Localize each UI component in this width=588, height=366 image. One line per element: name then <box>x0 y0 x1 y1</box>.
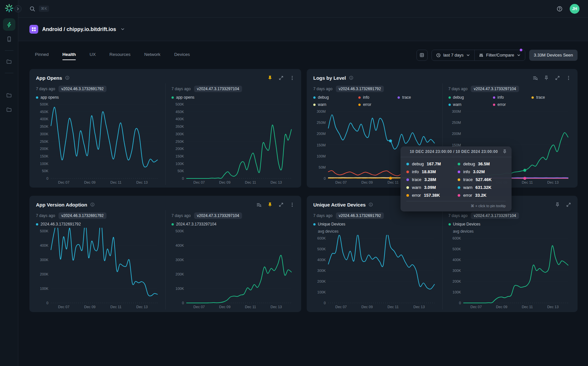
help-button[interactable] <box>557 6 563 12</box>
legend-item[interactable]: debug <box>449 95 493 100</box>
svg-text:Dec 13: Dec 13 <box>547 305 559 309</box>
legend-item[interactable]: trace <box>398 95 437 100</box>
svg-text:Dec 13: Dec 13 <box>136 180 148 184</box>
tooltip-hint: ⌘ + click to pin tooltip <box>406 201 506 211</box>
expand-icon[interactable] <box>279 75 284 80</box>
chart-panel: 7 days agov2024.46.3.1732691792 app open… <box>36 83 165 185</box>
sidebar-expand-button[interactable] <box>14 5 22 12</box>
svg-text:100K: 100K <box>40 162 48 166</box>
kebab-icon[interactable] <box>290 75 295 80</box>
card-app-opens: App Opens 7 days agov2024.46.3.173269179… <box>29 69 301 188</box>
lightning-icon <box>6 22 12 27</box>
tooltip-column: debug167.7Minfo18.83Mtrace3.28Mwarn3.09M… <box>406 161 454 198</box>
line-chart[interactable]: 500K450K400K350K300K250K200K150K100K50K0… <box>36 101 160 185</box>
tooltip-row: trace3.28M <box>406 177 454 182</box>
clock-icon <box>436 53 441 58</box>
tooltip-row: error157.38K <box>406 193 454 198</box>
svg-text:0: 0 <box>46 301 48 305</box>
line-chart[interactable]: 500K400K300K200K100K0Dec 07Dec 09Dec 11D… <box>36 228 160 309</box>
tab-network[interactable]: Network <box>144 48 161 62</box>
sidebar-item-folder-1[interactable] <box>3 55 15 68</box>
line-chart[interactable]: 500K400K300K200K100K0Dec 07Dec 09Dec 11D… <box>172 228 294 309</box>
line-chart[interactable]: 600K500K400K300K200K100K0Dec 07Dec 09Dec… <box>313 235 437 309</box>
svg-text:500K: 500K <box>175 102 184 106</box>
expand-icon[interactable] <box>566 202 571 207</box>
legend-item[interactable]: app opens <box>36 95 160 100</box>
line-chart[interactable]: 500K450K400K350K300K250K200K150K100K50K0… <box>172 101 294 185</box>
pin-icon[interactable] <box>268 75 272 80</box>
legend-label: error <box>363 102 371 107</box>
avatar[interactable]: JH <box>570 4 580 14</box>
legend-item[interactable]: info <box>358 95 398 100</box>
legend-item[interactable]: error <box>493 102 532 107</box>
tooltip-value: 157.38K <box>424 193 440 198</box>
svg-text:500K: 500K <box>317 247 326 251</box>
legend-item[interactable]: debug <box>313 95 358 100</box>
age-label: 7 days ago <box>313 87 333 91</box>
legend-item[interactable]: info <box>493 95 532 100</box>
svg-text:50K: 50K <box>177 169 184 173</box>
sidebar-item-folder-3[interactable] <box>3 103 15 116</box>
legend-item[interactable]: 2024.47.3.1733297104 <box>172 222 294 226</box>
kebab-icon[interactable] <box>566 75 571 80</box>
tooltip-value: 33.2K <box>475 193 486 198</box>
sidebar-item-folder-2[interactable] <box>3 89 15 101</box>
svg-text:0: 0 <box>324 176 326 180</box>
kebab-icon[interactable] <box>290 202 295 207</box>
page-title: Android / chippy.io.bitdrift.ios <box>42 26 116 32</box>
svg-text:250K: 250K <box>175 140 184 143</box>
legend-dot <box>172 96 174 99</box>
pin-tooltip-icon[interactable] <box>502 149 507 154</box>
tooltip-label: error <box>463 193 472 198</box>
legend-item[interactable]: avg devices <box>313 229 437 234</box>
expand-icon[interactable] <box>279 202 284 207</box>
legend-item[interactable]: 2024.46.3.1732691792 <box>36 222 160 226</box>
info-icon[interactable] <box>65 75 70 80</box>
tab-health[interactable]: Health <box>62 48 76 62</box>
tab-pinned[interactable]: Pinned <box>35 48 49 62</box>
sidebar-item-devices[interactable] <box>3 33 15 45</box>
chart-panel: 7 days agov2024.47.3.1733297104 2024.47.… <box>165 210 295 309</box>
logo-icon[interactable] <box>4 3 14 13</box>
card-title: App Version Adoption <box>36 202 87 208</box>
tooltip-label: info <box>412 169 419 174</box>
app-switcher-button[interactable] <box>121 27 125 31</box>
expand-icon[interactable] <box>555 75 560 80</box>
legend-dot <box>449 96 451 99</box>
svg-text:0: 0 <box>459 301 461 305</box>
tab-devices[interactable]: Devices <box>174 48 190 62</box>
filter-compare-selector[interactable]: Filter/Compare <box>475 50 525 60</box>
devices-seen-button[interactable]: 3.33M Devices Seen <box>529 50 578 61</box>
info-icon[interactable] <box>368 202 373 207</box>
tab-resources[interactable]: Resources <box>109 48 131 62</box>
tab-ux[interactable]: UX <box>90 48 96 62</box>
legend-item[interactable]: trace <box>531 95 570 100</box>
legend-item[interactable]: app opens <box>172 95 294 100</box>
search-icon <box>29 6 35 11</box>
age-label: 7 days ago <box>172 213 191 218</box>
svg-text:Dec 09: Dec 09 <box>361 180 373 184</box>
legend-item[interactable]: warn <box>449 102 493 107</box>
legend-item[interactable]: avg devices <box>449 229 571 234</box>
pin-icon[interactable] <box>544 75 549 80</box>
pin-icon[interactable] <box>555 202 560 207</box>
legend-item[interactable]: warn <box>313 102 358 107</box>
info-icon[interactable] <box>90 202 95 207</box>
svg-text:350K: 350K <box>175 125 184 128</box>
time-range-selector[interactable]: last 7 days <box>432 50 474 60</box>
svg-text:Dec 13: Dec 13 <box>413 305 425 309</box>
legend-item[interactable]: error <box>358 102 398 107</box>
search-button[interactable]: ⌘K <box>29 6 49 12</box>
tooltip-value: 527.46K <box>476 177 492 182</box>
pin-icon[interactable] <box>268 202 272 207</box>
time-range-label: last 7 days <box>443 53 464 58</box>
layout-toggle-button[interactable] <box>416 50 428 61</box>
legend-item[interactable]: Unique Devices <box>313 222 437 226</box>
list-search-icon[interactable] <box>256 202 261 207</box>
list-search-icon[interactable] <box>533 75 538 80</box>
hover-marker <box>389 140 392 142</box>
info-icon[interactable] <box>349 75 353 80</box>
legend-item[interactable]: Unique Devices <box>449 222 571 226</box>
sidebar-item-dashboards[interactable] <box>3 18 15 31</box>
line-chart[interactable]: 600K500K400K300K200K100K0Dec 07Dec 09Dec… <box>449 235 571 309</box>
